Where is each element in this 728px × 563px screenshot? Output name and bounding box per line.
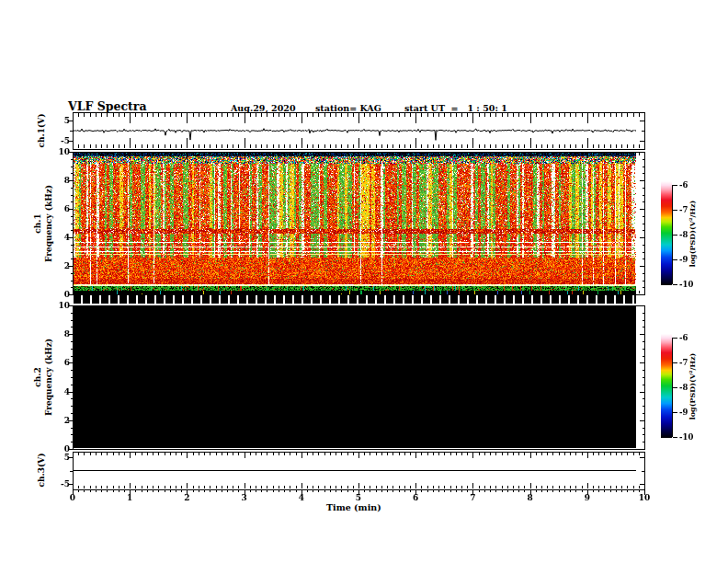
y-tick-label: 0 <box>48 290 70 299</box>
colorbar-tick-label: -7 <box>679 205 701 214</box>
colorbar-tick-label: -6 <box>679 180 701 190</box>
x-tick-label: 3 <box>235 493 254 502</box>
ch2-spec-channel-label: ch.2 <box>33 367 42 386</box>
y-tick-label: 2 <box>48 416 70 425</box>
y-tick-label: 8 <box>48 329 70 339</box>
colorbar-tick-label: -8 <box>679 383 701 392</box>
x-tick-label: 2 <box>177 493 196 502</box>
y-tick-label: 4 <box>48 233 70 242</box>
y-tick-label: 0 <box>48 444 70 454</box>
y-tick-label: 5 <box>48 453 70 462</box>
y-tick-label: 5 <box>48 116 70 125</box>
vlf-spectra-figure: VLF Spectra Aug.29, 2020 station= KAG st… <box>0 0 728 563</box>
ch1-spec-frequency-label: Frequency (kHz) <box>44 185 53 262</box>
y-tick-label: 6 <box>48 204 70 213</box>
x-tick-label: 4 <box>292 493 311 502</box>
colorbar-tick-label: -8 <box>679 230 701 239</box>
y-tick-label: -5 <box>48 479 70 488</box>
x-tick-label: 8 <box>521 493 540 502</box>
x-tick-label: 7 <box>463 493 482 502</box>
ch1-voltage-axis-label: ch.1(V) <box>37 114 46 148</box>
ch1-spec-channel-label: ch.1 <box>33 213 42 233</box>
x-tick-label: 6 <box>406 493 425 502</box>
panel-gap-tick-band <box>74 295 636 304</box>
x-tick-label: 9 <box>578 493 597 502</box>
ch1-spectrogram-image <box>74 153 636 294</box>
colorbar-ch2 <box>661 334 672 438</box>
ch3-voltage-panel <box>73 452 645 490</box>
x-tick-label: 10 <box>635 493 654 502</box>
x-tick-label: 0 <box>63 493 82 502</box>
x-tick-label: 1 <box>120 493 139 502</box>
y-tick-label: 2 <box>48 261 70 270</box>
y-tick-label: 10 <box>48 301 70 310</box>
colorbar-tick-label: -9 <box>679 255 701 264</box>
y-tick-label: 6 <box>48 358 70 367</box>
y-tick-label: 10 <box>48 147 70 156</box>
colorbar-tick-label: -7 <box>679 358 701 367</box>
colorbar-tick-label: -10 <box>679 280 701 289</box>
colorbar-ch1 <box>661 181 672 285</box>
y-tick-label: 8 <box>48 176 70 185</box>
ch1-voltage-panel <box>73 112 645 150</box>
x-axis-label: Time (min) <box>326 502 381 512</box>
y-tick-label: 4 <box>48 387 70 396</box>
colorbar-tick-label: -9 <box>679 408 701 417</box>
page-title: VLF Spectra <box>68 99 147 113</box>
colorbar-tick-label: -10 <box>679 432 701 442</box>
colorbar-tick-label: -6 <box>679 333 701 342</box>
ch2-spec-frequency-label: Frequency (kHz) <box>44 339 53 416</box>
x-tick-label: 5 <box>349 493 368 502</box>
ch2-spectrogram-image <box>74 306 636 448</box>
ch3-voltage-axis-label: ch.3(V) <box>37 454 46 488</box>
y-tick-label: -5 <box>48 136 70 145</box>
